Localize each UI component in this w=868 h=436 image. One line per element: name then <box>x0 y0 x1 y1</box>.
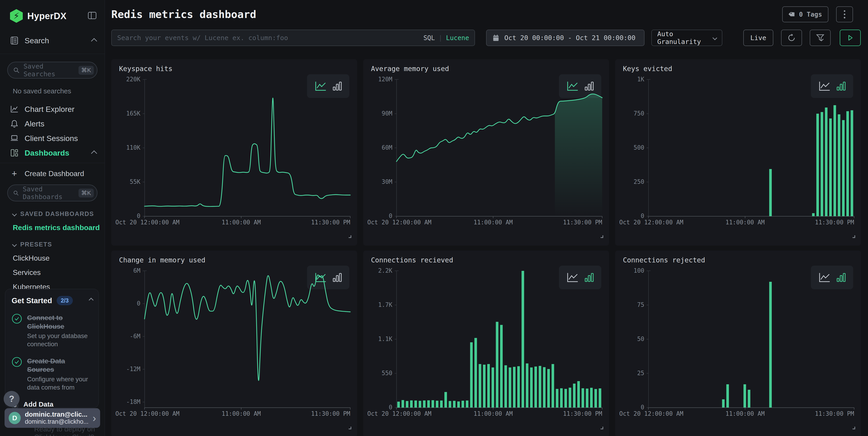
bar <box>838 114 840 216</box>
presets-section[interactable]: PRESETS <box>0 241 105 248</box>
brand-row: ⚡ HyperDX <box>0 0 105 23</box>
check-circle-icon <box>11 314 22 349</box>
filter-button[interactable] <box>810 30 831 46</box>
sidebar-item-search[interactable]: Search <box>0 33 105 48</box>
bar <box>769 282 772 408</box>
sidebar-collapse-icon[interactable] <box>87 11 97 21</box>
bar <box>509 368 511 408</box>
saved-searches-placeholder: Saved Searches <box>24 62 75 78</box>
y-axis-tick-label: 1.7K <box>363 301 392 308</box>
sidebar-item-dashboards[interactable]: Dashboards <box>0 146 105 160</box>
granularity-select[interactable]: Auto Granularity <box>651 30 722 46</box>
bar <box>432 400 434 408</box>
brand-name: HyperDX <box>27 11 66 21</box>
line-series <box>145 98 350 207</box>
event-search-input[interactable]: Search your events w/ Lucene ex. column:… <box>111 30 475 46</box>
get-started-item-connect[interactable]: Connect to ClickHouse Set up your databa… <box>11 314 92 349</box>
sidebar-item-label: Chart Explorer <box>25 105 74 114</box>
resize-handle[interactable] <box>347 234 352 239</box>
calendar-icon <box>492 34 500 42</box>
create-dashboard-label: Create Dashboard <box>25 170 84 178</box>
chart-card-change-in-memory-used: Change in memory used 6M0-6M-12M-18MOct … <box>111 251 357 436</box>
page-title: Redis metrics dashboard <box>111 8 256 21</box>
bar <box>457 401 460 408</box>
bell-icon <box>10 119 19 128</box>
run-query-button[interactable] <box>840 30 861 46</box>
sidebar-item-redis-dashboard[interactable]: Redis metrics dashboard <box>0 224 105 232</box>
resize-handle[interactable] <box>851 234 856 239</box>
line-chart-icon <box>10 105 19 113</box>
bar <box>842 120 844 216</box>
y-axis-tick-label: 30M <box>363 178 392 185</box>
bar <box>513 367 516 408</box>
chart-title: Keyspace hits <box>119 65 173 73</box>
y-axis-tick-label: 2.2K <box>363 267 392 274</box>
bar <box>821 112 823 216</box>
refresh-button[interactable] <box>781 30 802 46</box>
help-button[interactable]: ? <box>4 391 20 407</box>
hyperdx-logo-icon: ⚡ <box>10 9 23 23</box>
y-axis-tick-label: 0 <box>363 212 392 220</box>
tags-button[interactable]: 0 Tags <box>782 6 828 22</box>
chart-canvas <box>141 79 351 223</box>
resize-handle[interactable] <box>599 234 603 239</box>
bar <box>522 271 524 408</box>
bar <box>560 388 563 408</box>
bar <box>534 367 537 408</box>
sidebar-item-client-sessions[interactable]: Client Sessions <box>0 131 105 146</box>
chart-title: Connections recieved <box>371 256 453 264</box>
bar <box>816 114 819 216</box>
kbd-shortcut: ⌘K <box>79 66 94 75</box>
y-axis-tick-label: 220K <box>111 76 141 83</box>
live-button[interactable]: Live <box>743 30 773 46</box>
filter-icon <box>816 33 825 42</box>
get-started-title: Get Started <box>11 296 52 305</box>
bar <box>397 402 400 408</box>
bar <box>517 366 520 408</box>
resize-handle[interactable] <box>851 426 856 431</box>
lucene-toggle[interactable]: Lucene <box>446 34 469 42</box>
bar <box>569 388 571 408</box>
y-axis-tick-label: 120M <box>363 76 392 83</box>
step-title: Add Data <box>24 400 78 409</box>
sidebar-item-services[interactable]: Services <box>0 268 105 277</box>
chevron-up-icon[interactable] <box>89 298 92 303</box>
chevron-up-icon <box>91 36 96 45</box>
y-axis-tick-label: 0 <box>615 404 644 411</box>
bar <box>496 322 498 408</box>
resize-handle[interactable] <box>599 426 603 431</box>
sql-toggle[interactable]: SQL <box>423 34 435 42</box>
refresh-icon <box>787 33 796 42</box>
y-axis-tick-label: 550 <box>363 370 392 377</box>
user-menu[interactable]: D dominic.tran@clic... dominic.tran@clic… <box>5 408 100 428</box>
date-range-picker[interactable]: Oct 20 00:00:00 - Oct 21 00:00:00 <box>486 30 645 46</box>
bar <box>440 401 443 408</box>
sidebar-item-clickhouse[interactable]: ClickHouse <box>0 254 105 262</box>
y-axis-tick-label: -12M <box>111 366 141 373</box>
step-desc: Configure where your data comes from <box>27 375 92 392</box>
resize-handle[interactable] <box>347 426 352 431</box>
saved-searches-input[interactable]: Saved Searches ⌘K <box>7 62 97 79</box>
create-dashboard-button[interactable]: + Create Dashboard <box>0 166 105 181</box>
more-options-button[interactable] <box>836 6 853 22</box>
bar <box>530 368 532 408</box>
chart-card-average-memory-used: Average memory used 120M90M60M30M0Oct 20… <box>363 59 609 245</box>
saved-dashboards-section[interactable]: SAVED DASHBOARDS <box>0 210 105 217</box>
date-range-label: Oct 20 00:00:00 - Oct 21 00:00:00 <box>504 34 636 42</box>
bar <box>578 381 580 408</box>
sidebar-item-label: Search <box>25 36 49 45</box>
tag-icon <box>788 11 796 18</box>
y-axis-tick-label: 25 <box>615 370 644 377</box>
granularity-label: Auto Granularity <box>657 30 713 46</box>
kebab-icon <box>843 10 846 19</box>
sidebar-item-chart-explorer[interactable]: Chart Explorer <box>0 102 105 116</box>
saved-dashboards-input[interactable]: Saved Dashboards ⌘K <box>7 184 97 201</box>
chart-title: Average memory used <box>371 65 449 73</box>
bar <box>466 401 468 408</box>
get-started-item-sources[interactable]: Create Data Sources Configure where your… <box>11 357 92 392</box>
bar <box>483 365 486 408</box>
bar <box>744 384 746 408</box>
bar <box>556 389 558 408</box>
sidebar-item-alerts[interactable]: Alerts <box>0 116 105 131</box>
section-label: PRESETS <box>20 241 52 248</box>
